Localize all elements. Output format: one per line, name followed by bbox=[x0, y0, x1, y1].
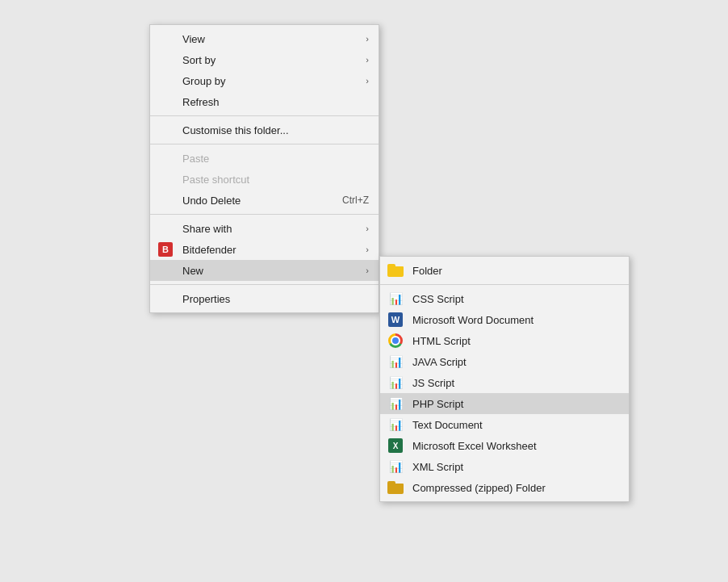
js-icon-area: 📊 bbox=[387, 374, 404, 391]
bitdefender-icon-area: B bbox=[157, 241, 174, 258]
xml-icon-area: 📊 bbox=[387, 458, 404, 475]
bitdefender-icon: B bbox=[158, 242, 173, 257]
separator-2 bbox=[150, 144, 379, 144]
zip-icon bbox=[387, 481, 404, 494]
php-script-icon: 📊 bbox=[389, 397, 403, 410]
properties-label: Properties bbox=[182, 293, 230, 305]
undo-delete-shortcut: Ctrl+Z bbox=[342, 195, 369, 206]
menu-item-refresh[interactable]: Refresh bbox=[150, 91, 379, 112]
menu-item-view[interactable]: View › bbox=[150, 28, 379, 49]
new-arrow: › bbox=[366, 266, 369, 275]
share-with-label: Share with bbox=[182, 223, 232, 235]
js-script-icon: 📊 bbox=[389, 376, 403, 389]
excel-icon: X bbox=[388, 438, 403, 453]
submenu-item-xml-script[interactable]: 📊 XML Script bbox=[380, 456, 629, 477]
submenu-item-excel[interactable]: X Microsoft Excel Worksheet bbox=[380, 435, 629, 456]
submenu-item-compressed[interactable]: Compressed (zipped) Folder bbox=[380, 477, 629, 498]
compressed-folder-label: Compressed (zipped) Folder bbox=[412, 482, 546, 494]
html-script-label: HTML Script bbox=[412, 335, 471, 347]
submenu-item-java-script[interactable]: 📊 JAVA Script bbox=[380, 351, 629, 372]
xml-script-label: XML Script bbox=[412, 461, 463, 473]
css-script-icon-area: 📊 bbox=[387, 290, 404, 308]
new-submenu: Folder 📊 CSS Script W Microsoft Word Doc… bbox=[379, 256, 630, 502]
folder-icon bbox=[387, 264, 404, 277]
submenu-item-css-script[interactable]: 📊 CSS Script bbox=[380, 288, 629, 309]
submenu-item-js-script[interactable]: 📊 JS Script bbox=[380, 372, 629, 393]
menu-item-paste: Paste bbox=[150, 148, 379, 169]
folder-icon-area bbox=[387, 262, 404, 279]
bitdefender-arrow: › bbox=[366, 245, 369, 254]
group-by-arrow: › bbox=[366, 76, 369, 86]
menu-item-new[interactable]: New › bbox=[150, 260, 379, 281]
word-icon-area: W bbox=[387, 311, 404, 329]
submenu-item-php-script[interactable]: 📊 PHP Script bbox=[380, 393, 629, 414]
css-script-label: CSS Script bbox=[412, 293, 464, 305]
share-with-arrow: › bbox=[366, 224, 369, 233]
context-menu: View › Sort by › Group by › Refresh Cust… bbox=[149, 24, 379, 313]
submenu-separator-1 bbox=[380, 284, 629, 285]
menu-item-sort-by[interactable]: Sort by › bbox=[150, 49, 379, 70]
php-script-label: PHP Script bbox=[412, 398, 463, 410]
submenu-item-word-doc[interactable]: W Microsoft Word Document bbox=[380, 309, 629, 330]
paste-shortcut-label: Paste shortcut bbox=[182, 174, 249, 186]
js-script-label: JS Script bbox=[412, 377, 454, 389]
zip-icon-area bbox=[387, 479, 404, 496]
menu-item-undo-delete[interactable]: Undo Delete Ctrl+Z bbox=[150, 190, 379, 211]
separator-3 bbox=[150, 214, 379, 215]
sort-by-label: Sort by bbox=[182, 54, 215, 66]
excel-label: Microsoft Excel Worksheet bbox=[412, 440, 537, 452]
java-script-icon: 📊 bbox=[389, 355, 403, 368]
word-icon: W bbox=[388, 312, 403, 327]
text-doc-label: Text Document bbox=[412, 419, 483, 431]
view-arrow: › bbox=[366, 34, 369, 44]
menu-item-properties[interactable]: Properties bbox=[150, 288, 379, 309]
view-label: View bbox=[182, 33, 205, 45]
java-icon-area: 📊 bbox=[387, 353, 404, 371]
submenu-item-html-script[interactable]: HTML Script bbox=[380, 330, 629, 351]
java-script-label: JAVA Script bbox=[412, 356, 467, 368]
submenu-item-text-doc[interactable]: 📊 Text Document bbox=[380, 414, 629, 435]
excel-icon-area: X bbox=[387, 437, 404, 454]
menu-item-bitdefender[interactable]: B Bitdefender › bbox=[150, 239, 379, 260]
group-by-label: Group by bbox=[182, 75, 225, 87]
html-icon-area bbox=[387, 332, 404, 350]
text-doc-icon: 📊 bbox=[389, 418, 403, 431]
submenu-item-folder[interactable]: Folder bbox=[380, 260, 629, 281]
customise-label: Customise this folder... bbox=[182, 124, 289, 136]
refresh-label: Refresh bbox=[182, 96, 220, 108]
sort-by-arrow: › bbox=[366, 55, 369, 65]
php-icon-area: 📊 bbox=[387, 395, 404, 412]
undo-delete-label: Undo Delete bbox=[182, 195, 241, 207]
word-doc-label: Microsoft Word Document bbox=[412, 314, 533, 326]
new-menu-wrapper: New › Folder 📊 CSS Script bbox=[150, 260, 379, 281]
text-icon-area: 📊 bbox=[387, 416, 404, 433]
xml-script-icon: 📊 bbox=[389, 460, 403, 473]
css-script-icon: 📊 bbox=[389, 292, 403, 305]
menu-item-group-by[interactable]: Group by › bbox=[150, 70, 379, 91]
paste-label: Paste bbox=[182, 153, 209, 165]
new-label: New bbox=[182, 265, 203, 277]
separator-1 bbox=[150, 115, 379, 116]
bitdefender-label: Bitdefender bbox=[182, 244, 236, 256]
separator-4 bbox=[150, 284, 379, 285]
chrome-icon bbox=[388, 333, 403, 348]
menu-item-paste-shortcut: Paste shortcut bbox=[150, 169, 379, 190]
folder-label: Folder bbox=[412, 265, 442, 277]
menu-item-customise[interactable]: Customise this folder... bbox=[150, 119, 379, 140]
menu-item-share-with[interactable]: Share with › bbox=[150, 218, 379, 239]
